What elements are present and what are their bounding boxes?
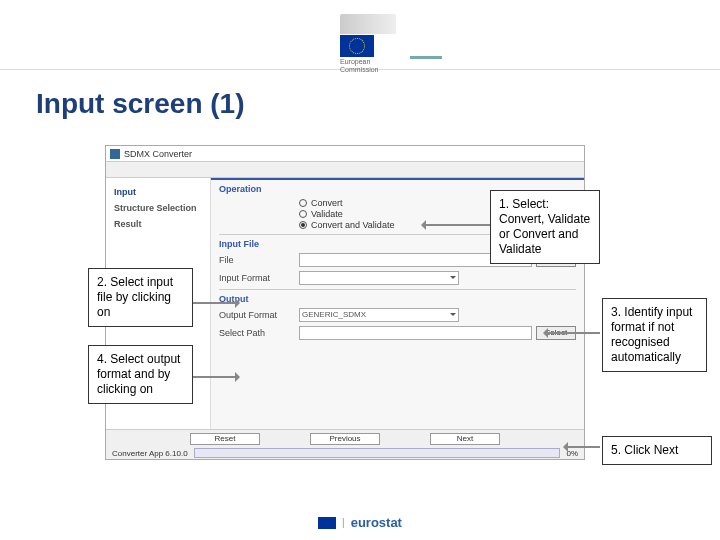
window-title: SDMX Converter bbox=[124, 149, 192, 159]
ec-logo: European Commission bbox=[340, 14, 396, 73]
callout-4: 4. Select output format and by clicking … bbox=[88, 345, 193, 404]
output-section: Output bbox=[219, 294, 576, 304]
brand-text-1: European bbox=[340, 58, 396, 65]
header: European Commission bbox=[0, 0, 720, 70]
app-version: Converter App 6.10.0 bbox=[112, 449, 188, 458]
app-icon bbox=[110, 149, 120, 159]
eurostat-logo: eurostat bbox=[351, 515, 402, 530]
reset-button[interactable]: Reset bbox=[190, 433, 260, 445]
output-select-button[interactable]: Select bbox=[536, 326, 576, 340]
page-title: Input screen (1) bbox=[36, 88, 244, 120]
output-format-dropdown[interactable]: GENERIC_SDMX bbox=[299, 308, 459, 322]
sidebar-item-structure[interactable]: Structure Selection bbox=[112, 200, 204, 216]
sidebar-item-input[interactable]: Input bbox=[112, 184, 204, 200]
callout-2: 2. Select input file by clicking on bbox=[88, 268, 193, 327]
menubar bbox=[106, 162, 584, 178]
window-titlebar: SDMX Converter bbox=[106, 146, 584, 162]
input-format-dropdown[interactable] bbox=[299, 271, 459, 285]
input-format-label: Input Format bbox=[219, 273, 299, 283]
brand-text-2: Commission bbox=[340, 66, 396, 73]
progress-bar bbox=[194, 448, 561, 458]
callout-3: 3. Identify input format if not recognis… bbox=[602, 298, 707, 372]
sidebar-item-result[interactable]: Result bbox=[112, 216, 204, 232]
progress-percent: 0% bbox=[566, 449, 578, 458]
previous-button[interactable]: Previous bbox=[310, 433, 380, 445]
output-path-label: Select Path bbox=[219, 328, 299, 338]
file-label: File bbox=[219, 255, 299, 265]
eu-flag-icon bbox=[340, 35, 374, 57]
callout-5: 5. Click Next bbox=[602, 436, 712, 465]
eu-flag-mini-icon bbox=[318, 517, 336, 529]
slide-footer: | eurostat bbox=[0, 515, 720, 530]
next-button[interactable]: Next bbox=[430, 433, 500, 445]
output-format-label: Output Format bbox=[219, 310, 299, 320]
output-path-input[interactable] bbox=[299, 326, 532, 340]
app-footer: Reset Previous Next Converter App 6.10.0… bbox=[106, 429, 584, 459]
callout-1: 1. Select: Convert, Validate or Convert … bbox=[490, 190, 600, 264]
